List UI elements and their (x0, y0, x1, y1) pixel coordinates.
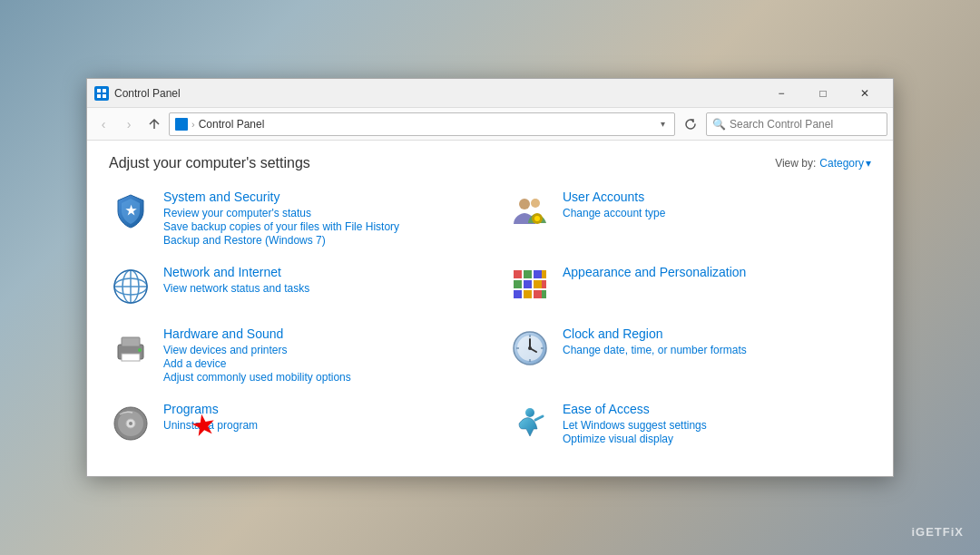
hardware-link-1[interactable]: View devices and printers (163, 344, 351, 356)
svg-point-6 (531, 199, 540, 208)
category-programs: Programs Uninstall a program ★ (109, 402, 472, 445)
programs-link-1[interactable]: Uninstall a program (163, 419, 258, 432)
svg-point-30 (138, 348, 142, 352)
programs-links: Uninstall a program (163, 419, 258, 432)
hardware-title[interactable]: Hardware and Sound (163, 326, 351, 341)
window-icon (94, 86, 109, 101)
user-accounts-links: Change account type (563, 207, 665, 219)
clock-icon (508, 326, 552, 370)
clock-link-1[interactable]: Change date, time, or number formats (563, 344, 747, 356)
back-button[interactable]: ‹ (93, 113, 114, 135)
network-icon (109, 265, 152, 308)
svg-rect-3 (103, 94, 106, 98)
system-security-content: System and Security Review your computer… (163, 190, 399, 247)
category-appearance: Appearance and Personalization (508, 265, 871, 308)
title-bar: Control Panel − □ ✕ (87, 79, 893, 108)
programs-title[interactable]: Programs (163, 402, 258, 416)
system-security-links: Review your computer's status Save backu… (163, 207, 399, 247)
system-security-title[interactable]: System and Security (163, 190, 399, 204)
svg-text:★: ★ (125, 203, 137, 218)
search-box[interactable]: 🔍 (706, 112, 887, 136)
ease-link-1[interactable]: Let Windows suggest settings (563, 419, 707, 432)
svg-rect-21 (534, 280, 542, 288)
content-header: Adjust your computer's settings View by:… (109, 155, 871, 171)
svg-rect-18 (542, 270, 546, 278)
path-text: Control Panel (199, 118, 265, 131)
hardware-link-2[interactable]: Add a device (163, 357, 351, 370)
watermark: iGETFiX (911, 525, 964, 539)
programs-content: Programs Uninstall a program (163, 402, 258, 432)
control-panel-window: Control Panel − □ ✕ ‹ › › Control Panel … (86, 78, 894, 477)
search-icon: 🔍 (712, 118, 726, 131)
content-area: Adjust your computer's settings View by:… (87, 141, 893, 476)
svg-rect-25 (534, 290, 542, 298)
svg-rect-20 (524, 280, 532, 288)
appearance-content: Appearance and Personalization (563, 265, 746, 282)
network-content: Network and Internet View network status… (163, 265, 309, 295)
path-folder-icon (175, 118, 188, 131)
svg-rect-22 (542, 280, 546, 288)
user-accounts-content: User Accounts Change account type (563, 190, 665, 219)
programs-icon (109, 402, 152, 445)
address-bar: ‹ › › Control Panel ▾ 🔍 (87, 108, 893, 141)
categories-grid: ★ System and Security Review your comput… (109, 190, 871, 463)
viewby-value: Category (819, 157, 864, 170)
svg-rect-19 (514, 280, 522, 288)
svg-rect-15 (514, 270, 522, 278)
path-dropdown[interactable]: ▾ (657, 119, 669, 129)
viewby-value-link[interactable]: Category ▾ (819, 157, 871, 170)
category-clock: Clock and Region Change date, time, or n… (508, 326, 871, 384)
view-by: View by: Category ▾ (775, 157, 871, 170)
category-network: Network and Internet View network status… (109, 265, 472, 308)
network-links: View network status and tasks (163, 282, 309, 295)
network-link-1[interactable]: View network status and tasks (163, 282, 309, 295)
system-link-3[interactable]: Backup and Restore (Windows 7) (163, 234, 399, 247)
svg-rect-28 (122, 337, 140, 346)
hardware-link-3[interactable]: Adjust commonly used mobility options (163, 371, 351, 384)
svg-rect-1 (103, 89, 106, 92)
ease-link-2[interactable]: Optimize visual display (563, 433, 707, 445)
path-separator: › (191, 119, 195, 130)
appearance-title[interactable]: Appearance and Personalization (563, 265, 746, 279)
refresh-button[interactable] (679, 112, 702, 136)
hardware-icon (109, 326, 152, 370)
up-button[interactable] (143, 113, 165, 135)
user-accounts-title[interactable]: User Accounts (563, 190, 665, 204)
svg-rect-0 (97, 89, 101, 92)
ease-access-title[interactable]: Ease of Access (563, 402, 707, 416)
maximize-button[interactable]: □ (802, 79, 844, 108)
ease-access-icon (508, 402, 552, 445)
minimize-button[interactable]: − (760, 79, 802, 108)
close-button[interactable]: ✕ (844, 79, 886, 108)
svg-point-44 (525, 408, 534, 417)
viewby-label: View by: (775, 157, 816, 170)
user-link-1[interactable]: Change account type (563, 207, 665, 219)
search-input[interactable] (730, 118, 881, 131)
svg-point-43 (129, 422, 132, 425)
svg-point-35 (528, 346, 532, 350)
svg-rect-29 (122, 354, 140, 361)
viewby-arrow: ▾ (866, 157, 871, 170)
hardware-content: Hardware and Sound View devices and prin… (163, 326, 351, 384)
svg-point-5 (519, 199, 530, 209)
user-accounts-icon (508, 190, 552, 233)
system-security-icon: ★ (109, 190, 152, 233)
hardware-links: View devices and printers Add a device A… (163, 344, 351, 384)
forward-button[interactable]: › (118, 113, 140, 135)
clock-title[interactable]: Clock and Region (563, 326, 747, 341)
system-link-1[interactable]: Review your computer's status (163, 207, 399, 219)
clock-links: Change date, time, or number formats (563, 344, 747, 356)
window-title: Control Panel (114, 87, 760, 100)
category-system-security: ★ System and Security Review your comput… (109, 190, 472, 247)
system-link-2[interactable]: Save backup copies of your files with Fi… (163, 220, 399, 233)
svg-rect-16 (524, 270, 532, 278)
clock-content: Clock and Region Change date, time, or n… (563, 326, 747, 356)
window-controls: − □ ✕ (760, 79, 886, 108)
appearance-icon (508, 265, 552, 308)
ease-access-content: Ease of Access Let Windows suggest setti… (563, 402, 707, 445)
category-hardware: Hardware and Sound View devices and prin… (109, 326, 472, 384)
network-title[interactable]: Network and Internet (163, 265, 309, 279)
address-path[interactable]: › Control Panel ▾ (169, 112, 675, 136)
content-title: Adjust your computer's settings (109, 155, 310, 171)
svg-rect-2 (97, 94, 101, 98)
